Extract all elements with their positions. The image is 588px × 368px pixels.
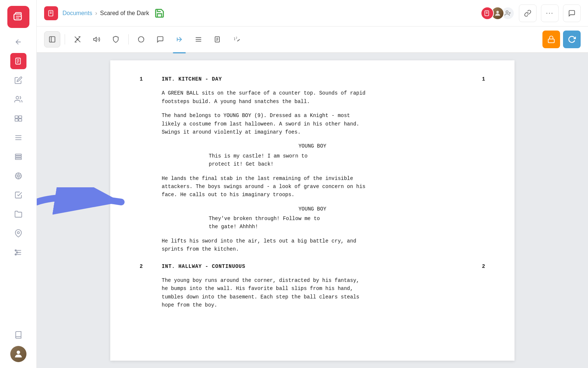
svg-rect-8 [15,116,18,118]
svg-text:2: 2 [236,36,237,39]
scene-2-number-right: 2 [482,262,485,270]
breadcrumb-separator: › [95,10,97,17]
toolbar-comment-bubble-button[interactable] [152,31,168,47]
toolbar-numbering-button[interactable]: 12 [229,31,245,47]
toolbar-mask-button[interactable] [108,31,124,47]
sidebar-item-wheel[interactable] [10,168,26,184]
sidebar-item-folder[interactable] [10,206,26,222]
header-app-icon [44,6,58,20]
scene-1-dialogue-1: This is my castle! I am sworn to protect… [209,152,416,169]
svg-point-26 [15,254,16,255]
scene-1-char-2: YOUNG BOY [140,205,485,213]
sidebar-item-users[interactable] [10,91,26,107]
sidebar-item-script[interactable] [10,53,26,69]
svg-point-20 [17,231,19,234]
scene-2-header: 2 2 INT. HALLWAY - CONTINUOUS [140,262,485,270]
svg-rect-17 [15,158,21,160]
toolbar-lock-button[interactable] [542,31,560,48]
toolbar-doc-button[interactable] [209,31,226,47]
main-container: Documents › Scared of the Dark [37,0,588,368]
scene-1-number-left: 1 [140,75,143,83]
toolbar-megaphone-button[interactable] [89,31,105,47]
scene-1: 1 1 INT. KITCHEN - DAY A GREEN BALL sits… [140,75,485,254]
svg-point-24 [15,250,16,251]
svg-point-25 [16,252,18,253]
document-area: 1 1 INT. KITCHEN - DAY A GREEN BALL sits… [37,53,588,368]
svg-marker-41 [94,37,96,42]
app-logo[interactable] [7,6,29,28]
scene-1-action-3: He lands the final stab in the last rema… [162,174,463,199]
scene-1-action-1: A GREEN BALL sits on the surface of a co… [162,89,463,106]
svg-rect-11 [18,119,21,121]
header: Documents › Scared of the Dark [37,0,588,26]
annotation-arrow [37,187,136,217]
svg-rect-15 [15,154,21,156]
scene-2-number-left: 2 [140,262,143,270]
svg-point-35 [506,11,508,13]
svg-rect-10 [15,119,18,121]
header-link-button[interactable] [519,4,537,22]
svg-point-7 [16,96,18,99]
scene-2: 2 2 INT. HALLWAY - CONTINUOUS The young … [140,262,485,309]
script-page: 1 1 INT. KITCHEN - DAY A GREEN BALL sits… [110,60,514,361]
svg-point-19 [17,175,19,177]
save-button[interactable] [154,7,165,19]
svg-rect-38 [50,37,55,42]
sidebar [0,0,37,368]
scene-1-dialogue-2: They've broken through! Follow me to the… [209,215,416,231]
svg-point-34 [496,11,499,13]
toolbar-refresh-button[interactable] [563,31,581,48]
avatar-user1 [481,7,494,20]
svg-point-27 [17,351,20,354]
header-right-controls: ··· [481,4,581,22]
breadcrumb-current-doc: Scared of the Dark [100,10,149,17]
sidebar-item-book[interactable] [10,327,26,343]
svg-rect-9 [18,116,21,118]
svg-rect-0 [14,14,21,20]
scene-1-heading: INT. KITCHEN - DAY [162,76,222,82]
collaborators-avatars [481,7,514,20]
svg-line-54 [237,39,240,41]
sidebar-item-list[interactable] [10,149,26,165]
toolbar-scene-button[interactable] [69,31,86,47]
scene-1-header: 1 1 INT. KITCHEN - DAY [140,75,485,83]
toolbar: 12 [37,26,588,53]
scene-1-number-right: 1 [482,75,485,83]
scene-1-action-4: He lifts his sword into the air, lets ou… [162,237,463,254]
svg-rect-16 [15,156,21,158]
sidebar-item-edit[interactable] [10,72,26,88]
sidebar-item-location[interactable] [10,225,26,241]
sidebar-item-back[interactable] [10,34,26,50]
toolbar-sep1 [65,34,65,45]
header-comment-button[interactable] [563,4,581,22]
breadcrumb-documents-link[interactable]: Documents [62,10,92,17]
svg-text:1: 1 [234,37,236,41]
header-more-button[interactable]: ··· [541,4,559,22]
toolbar-align-button[interactable] [190,31,207,47]
sidebar-item-cards[interactable] [10,110,26,127]
breadcrumb: Documents › Scared of the Dark [62,10,149,17]
sidebar-item-outline[interactable] [10,130,26,146]
scene-2-action-1: The young boy runs around the corner, di… [162,276,463,309]
sidebar-item-settings[interactable] [10,244,26,261]
toolbar-arrows-button[interactable] [171,31,187,47]
toolbar-sep2 [128,34,129,45]
scene-2-heading: INT. HALLWAY - CONTINUOUS [162,263,245,269]
scene-1-char-1: YOUNG BOY [140,142,485,150]
sidebar-item-tasks[interactable] [10,187,26,203]
toolbar-loop-button[interactable] [133,31,149,47]
scene-1-action-2: The hand belongs to YOUNG BOY (9). Dress… [162,112,463,136]
svg-rect-55 [548,39,555,43]
user-avatar[interactable] [10,346,26,362]
svg-point-42 [139,37,144,42]
toolbar-panel-button[interactable] [44,31,60,47]
